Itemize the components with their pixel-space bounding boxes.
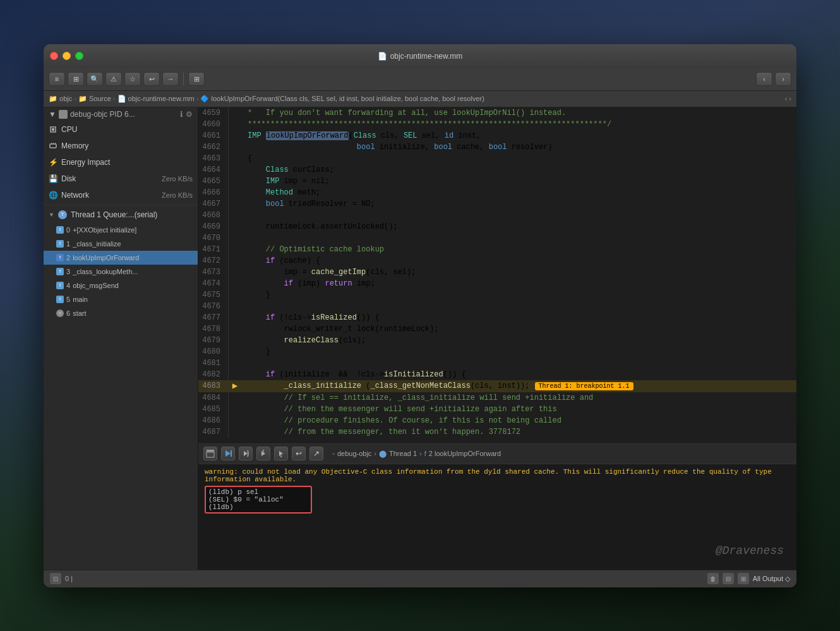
console-output[interactable]: warning: could not load any Objective-C … <box>198 464 796 570</box>
continue-button[interactable] <box>221 447 235 460</box>
close-button[interactable] <box>50 52 58 60</box>
console-input-box[interactable]: (lldb) p sel (SEL) $0 = "alloc" (lldb) <box>205 486 312 514</box>
frame-item-2[interactable]: f 2 lookUpImpOrForward <box>44 251 198 265</box>
expand-arrow[interactable]: ▼ <box>49 110 56 119</box>
step-in-button[interactable] <box>256 447 270 460</box>
line-num-4660: 4660 <box>198 119 229 130</box>
code-line-4659: 4659 * If you don't want forwarding at a… <box>198 107 796 119</box>
all-output-label[interactable]: All Output ◇ <box>753 575 790 583</box>
line-num-4659: 4659 <box>198 107 229 119</box>
line-arrow-4677 <box>229 312 241 323</box>
line-content-4674: if (imp) return imp; <box>241 278 796 289</box>
line-num-4685: 4685 <box>198 404 229 415</box>
return-button[interactable]: ↩ <box>292 447 306 460</box>
navigator-button[interactable]: ⊞ <box>68 72 84 86</box>
breadcrumb-right-btn[interactable]: › <box>789 95 791 102</box>
info-icon[interactable]: ℹ <box>180 110 183 119</box>
line-num-4661: 4661 <box>198 130 229 141</box>
breadcrumb-sep-2: › <box>113 95 116 102</box>
step-over-button[interactable] <box>239 447 253 460</box>
code-line-4686: 4686 // procedure finishes. Of course, i… <box>198 415 796 426</box>
sidebar-item-network[interactable]: 🌐 Network Zero KB/s <box>44 187 198 203</box>
breadcrumb-bar: 📁 objc › 📁 Source › 📄 objc-runtime-new.m… <box>44 91 796 107</box>
bc-icon-3: f <box>424 450 426 457</box>
bookmark-button[interactable]: ☆ <box>124 72 141 86</box>
line-num-4671: 4671 <box>198 244 229 255</box>
debug-toolbar: ↩ ↗ ▫ debug-objc › ⬤ Thread 1 › f 2 look… <box>198 444 796 464</box>
maximize-button[interactable] <box>75 52 83 60</box>
line-content-4677: if (!cls->isRealized()) { <box>241 312 796 323</box>
line-content-4680: } <box>241 346 796 358</box>
breadcrumb-left-btn[interactable]: ‹ <box>785 95 788 102</box>
split-button[interactable]: ⊟ <box>723 573 734 584</box>
cpu-label: CPU <box>61 125 193 134</box>
thread-icon: T <box>58 210 67 219</box>
network-value: Zero KB/s <box>162 191 193 199</box>
line-content-4663: { <box>241 153 796 164</box>
breadcrumb-item-file[interactable]: 📄 objc-runtime-new.mm <box>117 95 195 103</box>
grid-button[interactable]: ⊞ <box>188 72 205 86</box>
traffic-lights <box>50 52 83 60</box>
status-label: 0 | <box>65 575 73 582</box>
line-content-4671: // Optimistic cache lookup <box>241 244 796 255</box>
sidebar-item-cpu[interactable]: CPU <box>44 121 198 138</box>
code-line-4666: 4666 Method meth; <box>198 187 796 198</box>
share-button[interactable]: ↗ <box>309 447 323 460</box>
bc-item-3[interactable]: 2 lookUpImpOrForward <box>429 450 501 457</box>
line-arrow-4659 <box>229 107 241 119</box>
status-left-icon[interactable]: ⊡ <box>50 573 61 584</box>
sidebar: ▼ debug-objc PID 6... ℹ ⚙ CPU Memory ⚡ <box>44 107 198 570</box>
nav-back-button[interactable]: ‹ <box>756 72 772 86</box>
settings-icon[interactable]: ⚙ <box>186 110 193 119</box>
code-scroll[interactable]: 4659 * If you don't want forwarding at a… <box>198 107 796 443</box>
frame-item-4[interactable]: f 4 objc_msgSend <box>44 279 198 292</box>
frame-item-6[interactable]: ○ 6 start <box>44 306 198 320</box>
console-warning: warning: could not load any Objective-C … <box>205 468 790 483</box>
line-arrow-4663 <box>229 153 241 164</box>
line-content-4665: IMP imp = nil; <box>241 176 796 187</box>
code-line-4681: 4681 <box>198 358 796 369</box>
sidebar-toggle-button[interactable]: ≡ <box>49 72 65 86</box>
bc-item-1[interactable]: debug-objc <box>337 450 371 457</box>
line-content-4670 <box>241 232 796 244</box>
code-line-4676: 4676 <box>198 301 796 312</box>
breadcrumb-item-source[interactable]: 📁 Source <box>78 95 111 103</box>
line-arrow-4666 <box>229 187 241 198</box>
hide-panel-button[interactable] <box>203 447 217 460</box>
line-num-4684: 4684 <box>198 392 229 404</box>
line-arrow-4668 <box>229 210 241 221</box>
line-arrow-4667 <box>229 198 241 210</box>
frame-item-3[interactable]: f 3 _class_lookupMeth... <box>44 265 198 279</box>
step-out-button[interactable] <box>274 447 288 460</box>
frame-label-5: 5 <box>66 296 70 303</box>
breadcrumb-item-objc[interactable]: 📁 objc <box>49 95 72 103</box>
line-arrow-4685 <box>229 404 241 415</box>
sidebar-item-energy[interactable]: ⚡ Energy Impact <box>44 154 198 171</box>
line-content-4679: realizeClass(cls); <box>241 335 796 346</box>
svg-marker-10 <box>244 451 248 456</box>
breadcrumb-item-function[interactable]: 🔷 lookUpImpOrForward(Class cls, SEL sel,… <box>200 95 484 103</box>
line-content-4676 <box>241 301 796 312</box>
frame-item-1[interactable]: f 1 _class_initialize <box>44 237 198 251</box>
back-button[interactable]: ↩ <box>143 72 160 86</box>
bc-item-2[interactable]: Thread 1 <box>389 450 417 457</box>
sidebar-item-disk[interactable]: 💾 Disk Zero KB/s <box>44 171 198 187</box>
warning-button[interactable]: ⚠ <box>105 72 122 86</box>
forward-button[interactable]: → <box>162 72 179 86</box>
sidebar-item-memory[interactable]: Memory <box>44 138 198 154</box>
clear-button[interactable]: 🗑 <box>707 573 719 584</box>
line-arrow-4662 <box>229 141 241 153</box>
search-button[interactable]: 🔍 <box>87 72 103 86</box>
frame-item-5[interactable]: f 5 main <box>44 292 198 306</box>
energy-label: Energy Impact <box>61 158 193 167</box>
nav-forward-button[interactable]: › <box>775 72 791 86</box>
line-arrow-4673 <box>229 267 241 278</box>
line-arrow-4684 <box>229 392 241 404</box>
minimize-button[interactable] <box>63 52 71 60</box>
code-line-4687: 4687 // from the messenger, then it won'… <box>198 426 796 438</box>
expand-button[interactable]: ⊞ <box>738 573 749 584</box>
network-icon: 🌐 <box>49 191 57 200</box>
sidebar-thread-header[interactable]: ▼ T Thread 1 Queue:...(serial) <box>44 207 198 223</box>
frame-item-0[interactable]: f 0 +[XXObject initialize] <box>44 223 198 237</box>
bc-icon-2: ⬤ <box>379 450 387 458</box>
